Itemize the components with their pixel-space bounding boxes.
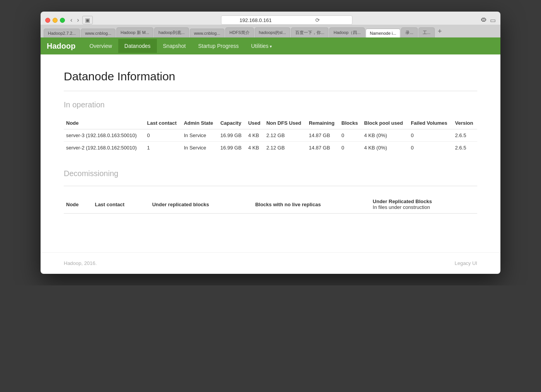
col-failed-volumes: Failed Volumes (408, 117, 453, 129)
browser-window: ‹ › ▣ 192.168.0.161 ⟳ ⭖ ▭ Hadoop2.7.2...… (41, 12, 500, 274)
browser-tab-12[interactable]: 工... (419, 27, 435, 37)
address-bar-container: 192.168.0.161 ⟳ (97, 15, 477, 25)
cell-admin-state: In Service (182, 129, 218, 142)
browser-tab-4[interactable]: hadoop到底... (154, 27, 189, 37)
reload-button[interactable]: ⟳ (287, 17, 349, 23)
cell-used: 4 KB (246, 129, 264, 142)
in-operation-title: In operation (64, 100, 477, 109)
browser-titlebar: ‹ › ▣ 192.168.0.161 ⟳ ⭖ ▭ (41, 12, 500, 25)
legacy-ui-link[interactable]: Legacy UI (454, 260, 477, 266)
browser-tab-9[interactable]: Hadoop（四... (329, 27, 365, 37)
decom-col-under-replicated-construction: Under Replicated BlocksIn files under co… (371, 195, 477, 214)
cell-used: 4 KB (246, 142, 264, 154)
cell-last-contact: 1 (145, 142, 182, 154)
cell-block-pool-used: 4 KB (0%) (362, 142, 408, 154)
table-row: server-3 (192.168.0.163:50010) 0 In Serv… (64, 129, 477, 142)
traffic-lights (45, 18, 65, 23)
in-operation-thead: Node Last contact Admin State Capacity U… (64, 117, 477, 129)
address-text: 192.168.0.161 (225, 17, 287, 23)
decomissioning-divider (64, 186, 477, 186)
nav-overview[interactable]: Overview (83, 39, 118, 53)
cell-non-dfs-used: 2.12 GB (264, 129, 306, 142)
cell-version: 2.6.5 (453, 142, 477, 154)
col-admin-state: Admin State (182, 117, 218, 129)
col-remaining: Remaining (306, 117, 339, 129)
browser-tab-7[interactable]: hadoops的sl... (255, 27, 290, 37)
cell-block-pool-used: 4 KB (0%) (362, 129, 408, 142)
cell-blocks: 0 (339, 129, 362, 142)
col-used: Used (246, 117, 264, 129)
col-blocks: Blocks (339, 117, 362, 129)
cell-remaining: 14.87 GB (306, 142, 339, 154)
browser-tab-8[interactable]: 百度一下，你... (291, 27, 328, 37)
page-content: Hadoop Overview Datanodes Snapshot Start… (41, 37, 500, 274)
nav-items: Overview Datanodes Snapshot Startup Prog… (83, 39, 278, 53)
in-operation-header-row: Node Last contact Admin State Capacity U… (64, 117, 477, 129)
nav-utilities[interactable]: Utilities (245, 39, 278, 53)
browser-actions: ⭖ ▭ (481, 17, 496, 24)
col-non-dfs-used: Non DFS Used (264, 117, 306, 129)
tab-bar: Hadoop2.7.2... www.cnblog... Hadoop 新 M.… (41, 25, 500, 37)
in-operation-table: Node Last contact Admin State Capacity U… (64, 117, 477, 154)
cell-admin-state: In Service (182, 142, 218, 154)
decom-col-no-live-replicas: Blocks with no live replicas (253, 195, 370, 214)
col-node: Node (64, 117, 145, 129)
back-button[interactable]: ‹ (69, 16, 74, 24)
decomissioning-title: Decomissioning (64, 169, 477, 178)
nav-startup-progress[interactable]: Startup Progress (192, 39, 245, 53)
hadoop-brand: Hadoop (47, 42, 75, 51)
cell-remaining: 14.87 GB (306, 129, 339, 142)
col-last-contact: Last contact (145, 117, 182, 129)
decom-col-last-contact: Last contact (92, 195, 150, 214)
cell-failed-volumes: 0 (408, 129, 453, 142)
cell-node: server-3 (192.168.0.163:50010) (64, 129, 145, 142)
cell-capacity: 16.99 GB (218, 142, 246, 154)
nav-datanodes[interactable]: Datanodes (118, 39, 157, 53)
page-footer: Hadoop, 2016. Legacy UI (41, 252, 500, 274)
nav-snapshot[interactable]: Snapshot (157, 39, 192, 53)
maximize-button[interactable] (60, 18, 65, 23)
col-block-pool-used: Block pool used (362, 117, 408, 129)
decomissioning-thead: Node Last contact Under replicated block… (64, 195, 477, 214)
browser-tab-11[interactable]: 录... (401, 27, 417, 37)
cell-failed-volumes: 0 (408, 142, 453, 154)
table-row: server-2 (192.168.0.162:50010) 1 In Serv… (64, 142, 477, 154)
decomissioning-table: Node Last contact Under replicated block… (64, 195, 477, 214)
cell-version: 2.6.5 (453, 129, 477, 142)
browser-tab-1[interactable]: Hadoop2.7.2... (44, 29, 80, 37)
forward-button[interactable]: › (75, 16, 80, 24)
cell-blocks: 0 (339, 142, 362, 154)
close-button[interactable] (45, 18, 50, 23)
address-bar[interactable]: 192.168.0.161 ⟳ (221, 15, 352, 25)
col-version: Version (453, 117, 477, 129)
browser-tab-10[interactable]: Namenode i... (366, 29, 400, 37)
nav-buttons: ‹ › ▣ (69, 16, 93, 24)
browser-tab-5[interactable]: www.cnblog... (190, 29, 225, 37)
browser-tab-2[interactable]: www.cnblog... (81, 29, 116, 37)
in-operation-tbody: server-3 (192.168.0.163:50010) 0 In Serv… (64, 129, 477, 154)
col-capacity: Capacity (218, 117, 246, 129)
cell-last-contact: 0 (145, 129, 182, 142)
decomissioning-header-row: Node Last contact Under replicated block… (64, 195, 477, 214)
browser-tab-3[interactable]: Hadoop 新 M... (116, 27, 153, 37)
view-button[interactable]: ▣ (82, 16, 93, 24)
decom-col-under-replicated: Under replicated blocks (150, 195, 253, 214)
cell-non-dfs-used: 2.12 GB (264, 142, 306, 154)
main-content: Datanode Information In operation Node L… (41, 54, 500, 252)
hadoop-navbar: Hadoop Overview Datanodes Snapshot Start… (41, 37, 500, 54)
minimize-button[interactable] (53, 18, 58, 23)
decom-col-node: Node (64, 195, 92, 214)
share-button[interactable]: ⭖ (481, 17, 487, 24)
footer-copyright: Hadoop, 2016. (64, 260, 97, 266)
cell-capacity: 16.99 GB (218, 129, 246, 142)
sidebar-button[interactable]: ▭ (490, 17, 496, 24)
new-tab-button[interactable]: + (436, 27, 444, 36)
page-title: Datanode Information (64, 70, 477, 83)
cell-node: server-2 (192.168.0.162:50010) (64, 142, 145, 154)
browser-tab-6[interactable]: HDFS简介 (225, 27, 254, 37)
title-divider (64, 91, 477, 91)
